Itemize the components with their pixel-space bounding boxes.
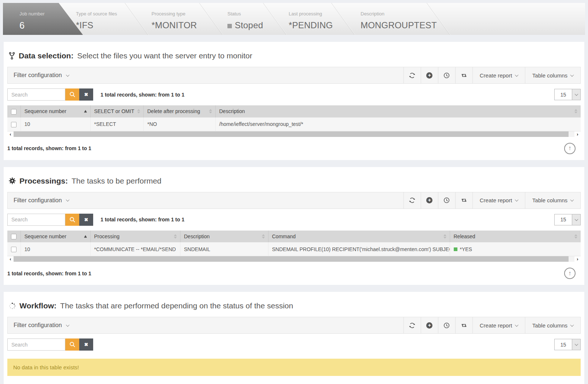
row-checkbox[interactable] — [11, 247, 17, 252]
table-columns-dropdown[interactable]: Table columns — [525, 67, 580, 83]
search-row: ✖ 1 total records, shown: from 1 to 1 15 — [7, 214, 581, 226]
column-label: Description — [184, 233, 210, 239]
col-processing[interactable]: Processing — [90, 231, 180, 243]
toolbar: Filter configuration + — [7, 192, 581, 209]
create-report-dropdown[interactable]: Create report — [472, 317, 525, 333]
search-input[interactable] — [7, 88, 65, 101]
col-sequence-number[interactable]: Sequence number — [21, 231, 90, 243]
scrollbar-handle[interactable] — [14, 256, 569, 262]
reorder-button[interactable] — [455, 192, 472, 209]
col-delete-after[interactable]: Delete after processing — [143, 105, 215, 117]
cell-command: SNDEMAIL PROFILE(10) RECIPIENT('michael.… — [268, 242, 450, 256]
refresh-icon — [409, 72, 415, 79]
search-button[interactable] — [65, 88, 79, 101]
clear-search-button[interactable]: ✖ — [79, 338, 93, 351]
clear-search-button[interactable]: ✖ — [79, 214, 93, 226]
plus-circle-icon: + — [426, 322, 432, 329]
table-columns-dropdown[interactable]: Table columns — [525, 192, 580, 209]
section-workflow: Workflow: The tasks that are performed d… — [4, 292, 584, 384]
section-processings: Processings: The tasks to be performed F… — [4, 167, 584, 285]
col-sequence-number[interactable]: Sequence number — [21, 105, 90, 117]
sort-icon — [443, 234, 446, 239]
toolbar-actions: + Create report T — [403, 67, 580, 83]
cell-description: /home/ieffect/server/mongroup_test/* — [215, 117, 581, 131]
status-value-wrap: Stoped — [227, 20, 263, 30]
refresh-icon — [409, 322, 415, 329]
back-to-top-button[interactable]: ↑ — [564, 268, 576, 279]
create-report-dropdown[interactable]: Create report — [472, 67, 525, 83]
refresh-button[interactable] — [403, 192, 421, 209]
scrollbar-track[interactable] — [14, 256, 574, 262]
chevron-down-icon — [574, 342, 578, 346]
sort-icon — [209, 109, 212, 113]
page-size-select[interactable]: 15 — [554, 214, 581, 225]
segment-description: Description MONGROUPTEST — [361, 3, 437, 35]
records-summary-bottom: 1 total records, shown: from 1 to 1 — [7, 145, 91, 151]
records-summary-bottom: 1 total records, shown: from 1 to 1 — [7, 271, 91, 276]
create-report-label: Create report — [480, 197, 512, 203]
col-command[interactable]: Command — [268, 231, 450, 243]
clock-icon — [443, 72, 450, 79]
records-summary: 1 total records, shown: from 1 to 1 — [101, 217, 185, 222]
create-report-label: Create report — [480, 322, 512, 329]
search-input[interactable] — [7, 338, 65, 351]
select-all-checkbox[interactable] — [11, 234, 17, 239]
history-button[interactable] — [438, 317, 455, 333]
status-label: Status — [227, 11, 263, 17]
filter-configuration-toggle[interactable]: Filter configuration — [8, 192, 403, 209]
job-number-label: Job number — [19, 11, 45, 17]
refresh-icon — [409, 197, 415, 203]
retweet-icon — [461, 73, 467, 78]
reorder-button[interactable] — [455, 317, 472, 333]
col-released[interactable]: Released — [450, 231, 581, 243]
table-row[interactable]: 10 *COMMUNICATE -- *EMAIL/*SEND SNDEMAIL… — [7, 242, 581, 256]
column-label: Processing — [94, 233, 120, 239]
select-all-cell — [7, 105, 21, 117]
page-size-select[interactable]: 15 — [554, 89, 581, 100]
source-type-value: *IFS — [76, 20, 117, 30]
processings-table: Sequence number Processing Description C… — [7, 231, 581, 257]
col-description[interactable]: Description — [215, 105, 581, 117]
search-icon — [69, 217, 76, 223]
page-size-select[interactable]: 15 — [554, 339, 581, 350]
chevron-down-icon — [66, 73, 69, 77]
clear-search-button[interactable]: ✖ — [79, 88, 93, 101]
refresh-button[interactable] — [403, 67, 421, 83]
search-input[interactable] — [7, 214, 65, 226]
table-columns-dropdown[interactable]: Table columns — [525, 317, 580, 333]
filter-configuration-toggle[interactable]: Filter configuration — [8, 67, 403, 83]
row-checkbox[interactable] — [11, 122, 17, 127]
cell-sequence: 10 — [21, 117, 90, 131]
add-record-button[interactable]: + — [421, 192, 438, 209]
horizontal-scrollbar: ‹ › — [7, 131, 581, 137]
create-report-dropdown[interactable]: Create report — [472, 192, 525, 209]
filter-configuration-toggle[interactable]: Filter configuration — [8, 317, 403, 333]
history-button[interactable] — [438, 67, 455, 83]
scroll-left-icon[interactable]: ‹ — [7, 131, 14, 137]
segment-source-type: Type of source files *IFS — [76, 3, 117, 35]
search-button[interactable] — [65, 214, 79, 226]
reorder-button[interactable] — [455, 67, 472, 83]
add-record-button[interactable]: + — [421, 317, 438, 333]
column-label: Delete after processing — [147, 108, 200, 114]
col-description[interactable]: Description — [180, 231, 268, 243]
cell-select-or-omit: *SELECT — [90, 117, 143, 131]
filter-configuration-label: Filter configuration — [14, 322, 62, 329]
scroll-left-icon[interactable]: ‹ — [7, 256, 14, 262]
refresh-button[interactable] — [403, 317, 421, 333]
add-record-button[interactable]: + — [421, 67, 438, 83]
col-select-or-omit[interactable]: SELECT or OMIT — [90, 105, 143, 117]
scrollbar-handle[interactable] — [14, 131, 569, 137]
sort-asc-icon — [84, 235, 87, 238]
segment-processing-type: Processing type *MONITOR — [151, 3, 197, 35]
scroll-right-icon[interactable]: › — [574, 131, 581, 137]
select-all-checkbox[interactable] — [11, 109, 17, 115]
table-row[interactable]: 10 *SELECT *NO /home/ieffect/server/mong… — [7, 117, 581, 131]
back-to-top-button[interactable]: ↑ — [564, 143, 576, 154]
scrollbar-track[interactable] — [14, 131, 574, 137]
history-button[interactable] — [438, 192, 455, 209]
search-button[interactable] — [65, 338, 79, 351]
scroll-right-icon[interactable]: › — [574, 256, 581, 262]
search-icon — [69, 91, 76, 98]
arrow-up-icon: ↑ — [568, 145, 571, 152]
